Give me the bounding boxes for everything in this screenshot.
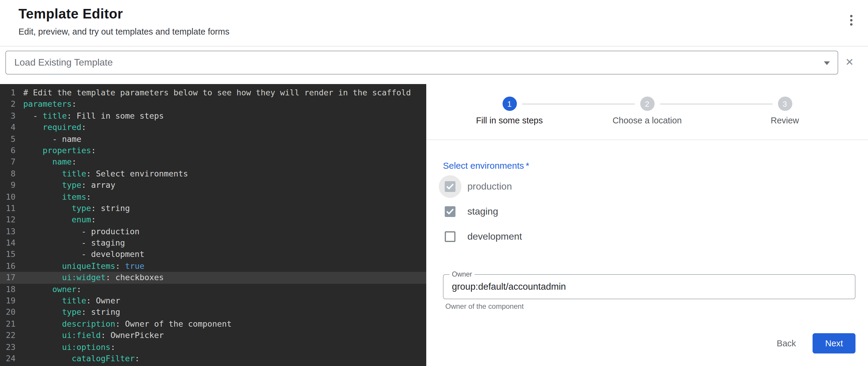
code-text: - staging [23, 237, 125, 249]
line-number: 5 [0, 133, 16, 145]
code-text: description: Owner of the component [23, 318, 231, 330]
editor-lines: 1# Edit the template parameters below to… [0, 87, 426, 365]
owner-field-label: Owner [450, 271, 474, 278]
stepper: 1 Fill in some steps 2 Choose a location… [426, 84, 868, 125]
line-number: 15 [0, 249, 16, 261]
code-text: - development [23, 249, 144, 261]
required-asterisk: * [526, 160, 529, 171]
checkbox-label: production [467, 181, 512, 192]
code-line[interactable]: 12 enum: [0, 214, 426, 226]
page-subtitle: Edit, preview, and try out templates and… [19, 27, 856, 36]
step-label: Choose a location [613, 116, 682, 125]
kebab-dot-icon [850, 24, 852, 26]
line-number: 1 [0, 87, 16, 99]
code-text: parameters: [23, 99, 76, 110]
line-number: 22 [0, 330, 16, 341]
owner-field[interactable]: Owner group:default/accountadmin [443, 274, 856, 299]
owner-helper-text: Owner of the component [445, 302, 856, 311]
code-line[interactable]: 10 items: [0, 191, 426, 203]
line-number: 24 [0, 353, 16, 365]
code-line[interactable]: 4 required: [0, 122, 426, 133]
load-template-select-placeholder: Load Existing Template [14, 57, 113, 68]
code-line[interactable]: 16 uniqueItems: true [0, 261, 426, 272]
checkbox-label: staging [467, 206, 498, 217]
code-line[interactable]: 20 type: string [0, 307, 426, 318]
form-preview-panel: 1 Fill in some steps 2 Choose a location… [426, 84, 868, 366]
code-editor[interactable]: 1# Edit the template parameters below to… [0, 84, 426, 366]
checkbox-checked-icon[interactable] [445, 181, 456, 192]
code-text: title: Select environments [23, 168, 188, 179]
code-line[interactable]: 21 description: Owner of the component [0, 318, 426, 330]
kebab-menu-button[interactable] [849, 12, 854, 28]
checkbox-option-production[interactable]: production [443, 174, 856, 199]
next-button[interactable]: Next [812, 333, 856, 354]
code-line[interactable]: 6 properties: [0, 145, 426, 156]
code-text: - production [23, 225, 140, 237]
clear-template-button[interactable]: ✕ [838, 51, 861, 74]
environments-field-label: Select environments* [443, 160, 856, 171]
code-text: - title: Fill in some steps [23, 110, 164, 122]
step-number-badge: 2 [640, 97, 654, 111]
page-title: Template Editor [19, 6, 856, 22]
code-line[interactable]: 9 type: array [0, 179, 426, 191]
line-number: 20 [0, 307, 16, 318]
code-line[interactable]: 24 catalogFilter: [0, 353, 426, 365]
code-line[interactable]: 1# Edit the template parameters below to… [0, 87, 426, 99]
code-line[interactable]: 14 - staging [0, 237, 426, 249]
checkbox-checked-icon[interactable] [445, 206, 456, 217]
checkbox-option-staging[interactable]: staging [443, 199, 856, 224]
line-number: 7 [0, 156, 16, 168]
code-text: title: Owner [23, 295, 120, 307]
code-line[interactable]: 5 - name [0, 133, 426, 145]
load-template-select[interactable]: Load Existing Template [5, 51, 838, 74]
kebab-dot-icon [850, 14, 852, 17]
environment-options: productionstagingdevelopment [443, 174, 856, 249]
checkbox-ripple [439, 200, 461, 223]
step-fill-in-some-steps: 1 Fill in some steps [440, 97, 578, 125]
checkbox-label: development [467, 231, 522, 242]
main-split: 1# Edit the template parameters below to… [0, 84, 868, 366]
line-number: 16 [0, 261, 16, 272]
code-text: owner: [23, 283, 82, 295]
code-text: # Edit the template parameters below to … [23, 87, 411, 99]
step-review: 3 Review [716, 97, 854, 125]
checkbox-unchecked-icon[interactable] [445, 231, 456, 242]
code-line[interactable]: 18 owner: [0, 283, 426, 295]
line-number: 14 [0, 237, 16, 249]
code-line[interactable]: 8 title: Select environments [0, 168, 426, 179]
code-text: - name [23, 133, 82, 145]
code-text: ui:widget: checkboxes [23, 272, 164, 284]
step-choose-a-location: 2 Choose a location [578, 97, 716, 125]
code-line[interactable]: 17 ui:widget: checkboxes [0, 272, 426, 284]
code-text: enum: [23, 214, 96, 226]
back-button[interactable]: Back [769, 334, 805, 353]
code-line[interactable]: 13 - production [0, 225, 426, 237]
step-label: Fill in some steps [476, 116, 543, 125]
code-line[interactable]: 11 type: string [0, 203, 426, 214]
code-text: ui:field: OwnerPicker [23, 330, 164, 341]
template-editor-page: Template Editor Edit, preview, and try o… [0, 0, 868, 366]
code-line[interactable]: 23 ui:options: [0, 341, 426, 353]
step-label: Review [771, 116, 799, 125]
step-form: Select environments* productionstagingde… [426, 140, 868, 366]
code-line[interactable]: 22 ui:field: OwnerPicker [0, 330, 426, 341]
code-line[interactable]: 3 - title: Fill in some steps [0, 110, 426, 122]
kebab-dot-icon [850, 19, 852, 22]
step-number-badge: 1 [502, 97, 517, 111]
line-number: 10 [0, 191, 16, 203]
code-line[interactable]: 15 - development [0, 249, 426, 261]
line-number: 9 [0, 179, 16, 191]
code-text: properties: [23, 145, 96, 156]
line-number: 2 [0, 99, 16, 110]
code-line[interactable]: 19 title: Owner [0, 295, 426, 307]
line-number: 17 [0, 272, 16, 284]
code-line[interactable]: 7 name: [0, 156, 426, 168]
code-text: ui:options: [23, 341, 115, 353]
checkbox-ripple [439, 225, 461, 248]
template-select-toolbar: Load Existing Template ✕ [0, 47, 868, 84]
page-header: Template Editor Edit, preview, and try o… [0, 0, 868, 47]
line-number: 8 [0, 168, 16, 179]
code-line[interactable]: 2parameters: [0, 99, 426, 110]
checkbox-option-development[interactable]: development [443, 224, 856, 249]
line-number: 23 [0, 341, 16, 353]
